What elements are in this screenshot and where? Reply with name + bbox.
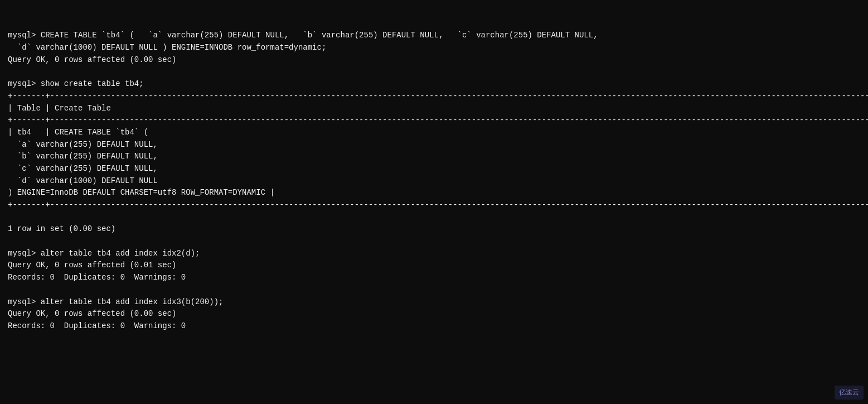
terminal-window: mysql> CREATE TABLE `tb4` ( `a` varchar(…	[0, 0, 868, 404]
watermark: 亿速云	[835, 386, 864, 400]
terminal-output: mysql> CREATE TABLE `tb4` ( `a` varchar(…	[8, 30, 860, 332]
